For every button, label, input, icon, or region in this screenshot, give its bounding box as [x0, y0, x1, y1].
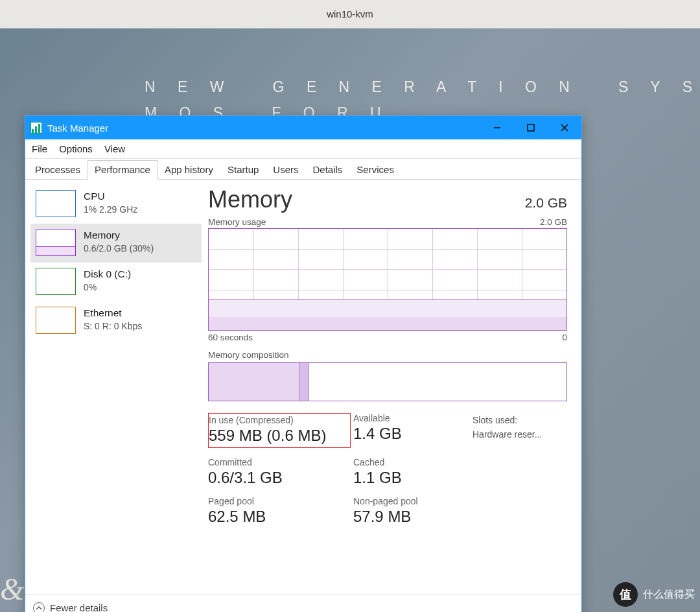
memory-stats: In use (Compressed) 559 MB (0.6 MB) Avai…: [208, 413, 567, 526]
stat-value: 1.4 GB: [353, 425, 470, 443]
window-body: CPU 1% 2.29 GHz Memory 0.6/2.0 GB (30%) …: [25, 180, 581, 594]
ethernet-thumbnail-icon: [36, 307, 76, 334]
stat-label: Committed: [208, 457, 351, 467]
disk-thumbnail-icon: [36, 268, 76, 295]
tab-services[interactable]: Services: [349, 160, 401, 179]
stat-label: Paged pool: [208, 496, 351, 506]
tab-processes[interactable]: Processes: [28, 160, 88, 179]
host-titlebar: win10-kvm: [0, 0, 700, 29]
stat-available: Available 1.4 GB: [353, 413, 470, 448]
tab-users[interactable]: Users: [266, 160, 305, 179]
axis-right: 0: [562, 333, 567, 342]
host-title: win10-kvm: [327, 8, 373, 19]
menu-file[interactable]: File: [32, 143, 47, 154]
composition-free: [309, 363, 566, 401]
watermark-icon: 值: [613, 582, 638, 607]
usage-fill-dark: [209, 317, 566, 330]
stat-in-use: In use (Compressed) 559 MB (0.6 MB): [208, 413, 351, 448]
menu-bar: File Options View: [25, 139, 581, 159]
memory-usage-chart[interactable]: [208, 228, 567, 331]
window-titlebar[interactable]: Task Manager: [25, 116, 581, 139]
memory-thumbnail-icon: [36, 229, 76, 256]
sidebar-item-label: Memory: [84, 229, 154, 242]
stat-value: 0.6/3.1 GB: [208, 469, 351, 487]
site-watermark: 值 什么值得买: [613, 582, 695, 607]
menu-view[interactable]: View: [104, 143, 125, 154]
minimize-button[interactable]: [480, 116, 514, 139]
composition-used: [209, 363, 309, 401]
sidebar: CPU 1% 2.29 GHz Memory 0.6/2.0 GB (30%) …: [25, 180, 202, 594]
task-manager-window: Task Manager File Options View Processes…: [25, 115, 582, 612]
sidebar-item-label: CPU: [84, 190, 137, 204]
sidebar-item-ethernet[interactable]: Ethernet S: 0 R: 0 Kbps: [30, 301, 202, 340]
svg-rect-1: [528, 124, 534, 131]
chevron-up-icon[interactable]: [33, 602, 45, 613]
axis-left: 60 seconds: [208, 333, 253, 342]
composition-label: Memory composition: [208, 350, 567, 360]
tab-strip: Processes Performance App history Startu…: [25, 159, 581, 180]
watermark-text: 什么值得买: [643, 588, 695, 602]
stat-cached: Cached 1.1 GB: [353, 457, 470, 487]
sidebar-item-memory[interactable]: Memory 0.6/2.0 GB (30%): [30, 224, 202, 263]
stat-label: Available: [353, 413, 470, 423]
memory-composition-chart[interactable]: [208, 362, 567, 401]
desktop-background: N E W G E N E R A T I O N S Y S T M O S …: [0, 29, 700, 612]
stat-nonpaged: Non-paged pool 57.9 MB: [353, 496, 470, 526]
stat-label: Non-paged pool: [353, 496, 470, 506]
stat-value: 1.1 GB: [353, 469, 470, 487]
usage-chart-max: 2.0 GB: [540, 217, 567, 227]
stat-paged: Paged pool 62.5 MB: [208, 496, 351, 526]
tab-details[interactable]: Details: [306, 160, 350, 179]
menu-options[interactable]: Options: [59, 143, 93, 154]
task-manager-icon: [30, 122, 42, 134]
sidebar-item-label: Ethernet: [84, 307, 142, 320]
maximize-button[interactable]: [514, 116, 548, 139]
background-ampersand: &: [0, 571, 24, 607]
sidebar-item-label: Disk 0 (C:): [84, 268, 131, 281]
window-footer: Fewer details: [25, 594, 581, 612]
main-panel: Memory 2.0 GB Memory usage 2.0 GB 6: [202, 180, 581, 594]
stat-label: Hardware reser...: [472, 427, 567, 441]
memory-total: 2.0 GB: [525, 195, 567, 211]
window-title: Task Manager: [47, 123, 108, 134]
tab-performance[interactable]: Performance: [88, 160, 158, 180]
stat-label: Slots used:: [472, 413, 567, 427]
window-controls: [480, 116, 581, 139]
stat-value: 62.5 MB: [208, 508, 351, 526]
sidebar-item-sub: S: 0 R: 0 Kbps: [84, 320, 142, 333]
page-title: Memory: [208, 186, 292, 213]
sidebar-item-sub: 1% 2.29 GHz: [84, 204, 137, 216]
sidebar-item-sub: 0%: [84, 281, 131, 294]
tab-app-history[interactable]: App history: [158, 160, 220, 179]
sidebar-item-disk[interactable]: Disk 0 (C:) 0%: [30, 263, 202, 301]
stat-value: 559 MB (0.6 MB): [209, 427, 346, 445]
close-button[interactable]: [548, 116, 581, 139]
cpu-thumbnail-icon: [36, 190, 76, 217]
sidebar-item-sub: 0.6/2.0 GB (30%): [84, 242, 154, 255]
stat-slots: Slots used: Hardware reser...: [472, 413, 567, 448]
stat-label: In use (Compressed): [209, 415, 346, 425]
stat-committed: Committed 0.6/3.1 GB: [208, 457, 351, 487]
fewer-details-link[interactable]: Fewer details: [50, 602, 108, 612]
usage-chart-label: Memory usage: [208, 217, 266, 227]
tab-startup[interactable]: Startup: [220, 160, 266, 179]
stat-label: Cached: [353, 457, 470, 467]
stat-value: 57.9 MB: [353, 508, 470, 526]
sidebar-item-cpu[interactable]: CPU 1% 2.29 GHz: [30, 185, 202, 224]
